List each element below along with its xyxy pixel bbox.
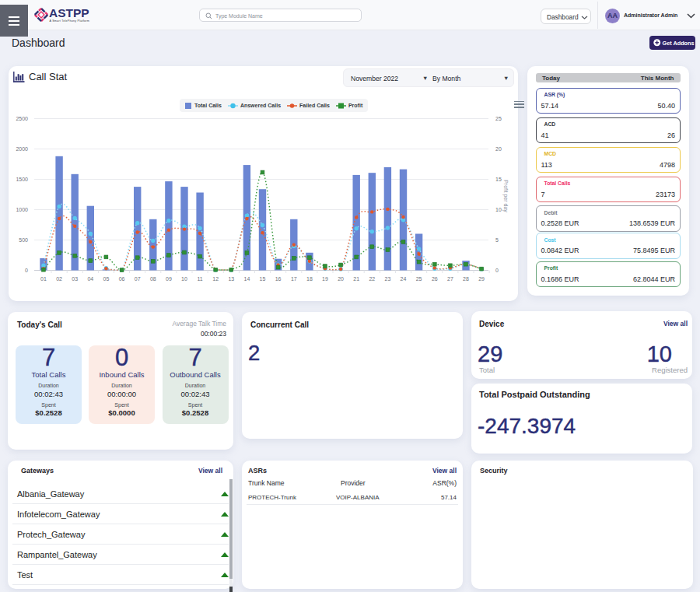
svg-text:22: 22 — [369, 275, 375, 281]
svg-text:11: 11 — [197, 275, 202, 281]
svg-text:07: 07 — [135, 275, 141, 281]
svg-text:28: 28 — [463, 275, 469, 281]
svg-text:15: 15 — [495, 177, 502, 182]
svg-text:5: 5 — [495, 237, 499, 243]
svg-text:23: 23 — [385, 275, 391, 281]
svg-text:14: 14 — [244, 275, 250, 281]
svg-text:18: 18 — [306, 275, 313, 281]
svg-text:08: 08 — [150, 275, 156, 281]
svg-text:03: 03 — [72, 275, 78, 281]
svg-text:16: 16 — [275, 275, 282, 281]
svg-text:02: 02 — [56, 275, 62, 281]
svg-text:21: 21 — [353, 275, 359, 281]
svg-text:2000: 2000 — [16, 146, 28, 152]
svg-text:05: 05 — [103, 275, 110, 281]
svg-text:0: 0 — [495, 268, 499, 273]
svg-text:1500: 1500 — [16, 177, 28, 182]
svg-text:29: 29 — [478, 275, 485, 281]
svg-text:27: 27 — [447, 275, 453, 281]
svg-text:24: 24 — [401, 275, 407, 281]
svg-text:06: 06 — [119, 275, 125, 281]
svg-text:15: 15 — [260, 275, 266, 281]
svg-text:1000: 1000 — [16, 207, 28, 212]
svg-text:10: 10 — [495, 207, 502, 212]
svg-text:01: 01 — [40, 275, 47, 281]
svg-text:500: 500 — [19, 237, 28, 243]
svg-text:12: 12 — [212, 275, 219, 281]
svg-text:19: 19 — [322, 275, 328, 281]
svg-text:20: 20 — [338, 275, 344, 281]
svg-text:0: 0 — [25, 268, 28, 273]
svg-text:Profit per day: Profit per day — [502, 180, 509, 212]
svg-text:10: 10 — [181, 275, 187, 281]
svg-text:17: 17 — [291, 275, 297, 281]
svg-text:09: 09 — [166, 275, 172, 281]
svg-text:2500: 2500 — [16, 116, 28, 121]
svg-text:25: 25 — [495, 116, 502, 121]
svg-text:04: 04 — [87, 275, 93, 281]
svg-text:26: 26 — [432, 275, 438, 281]
svg-text:13: 13 — [228, 275, 234, 281]
svg-text:20: 20 — [495, 146, 502, 152]
svg-text:25: 25 — [416, 275, 422, 281]
